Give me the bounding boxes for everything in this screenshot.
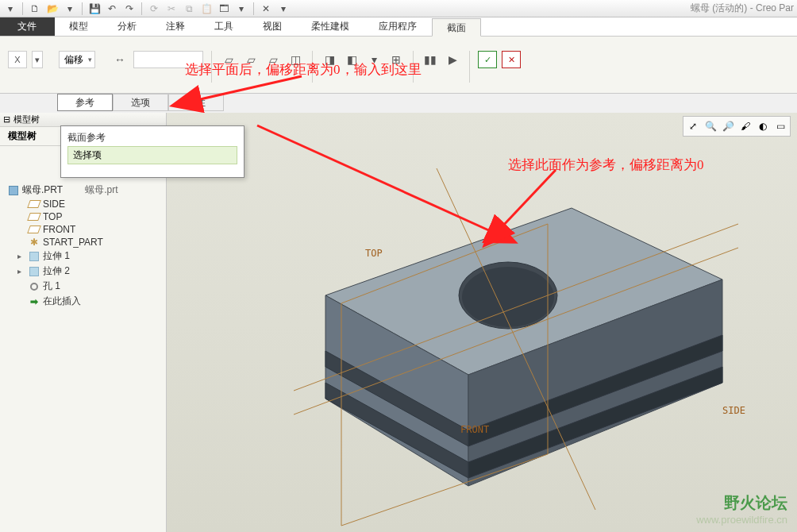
pause-icon[interactable]: ▮▮: [422, 51, 439, 68]
axis-dropdown[interactable]: ▾: [32, 51, 43, 68]
tab-view[interactable]: 视图: [248, 17, 297, 36]
dropdown-icon[interactable]: ▾: [276, 2, 291, 16]
offset-select[interactable]: 偏移: [59, 51, 95, 68]
save-icon[interactable]: 💾: [87, 2, 102, 16]
tab-apps[interactable]: 应用程序: [364, 17, 432, 36]
tree-root[interactable]: 螺母.PRT 螺母.prt: [3, 183, 163, 198]
model-render: [167, 113, 797, 532]
redo-icon[interactable]: ↷: [122, 2, 137, 16]
subtab-reference[interactable]: 参考: [57, 94, 113, 111]
regen-icon: ⟳: [147, 2, 161, 16]
separator: [469, 51, 470, 83]
close-icon[interactable]: ✕: [259, 2, 273, 16]
tab-annotate[interactable]: 注释: [152, 17, 200, 36]
separator: [253, 2, 254, 15]
ok-button[interactable]: ✓: [478, 51, 497, 68]
tab-file[interactable]: 文件: [0, 17, 55, 36]
subtab-properties[interactable]: 属性: [168, 94, 224, 111]
popup-label: 截面参考: [67, 131, 237, 145]
part-icon: [9, 186, 18, 195]
datum-side-label: SIDE: [722, 405, 745, 416]
model-tree: 螺母.PRT 螺母.prt SIDETOPFRONT✱START_PART▸拉伸…: [0, 178, 166, 314]
separator: [22, 2, 23, 15]
tab-section[interactable]: 截面: [432, 18, 481, 37]
tree-item[interactable]: ▸拉伸 1: [3, 249, 163, 264]
subtab-options[interactable]: 选项: [113, 94, 168, 111]
tab-flexible[interactable]: 柔性建模: [297, 17, 364, 36]
tab-tools[interactable]: 工具: [200, 17, 248, 36]
tree-item[interactable]: ▸拉伸 2: [3, 264, 163, 279]
annotation-1: 选择平面后，偏移距离为0，输入到这里: [185, 60, 422, 79]
datum-top-label: TOP: [365, 248, 383, 259]
play-icon[interactable]: ▶: [444, 51, 461, 68]
tool-icon: ✂: [164, 2, 179, 16]
open-icon[interactable]: 📂: [45, 2, 60, 16]
datum-front-label: FRONT: [460, 424, 489, 435]
axis-x-button[interactable]: X: [8, 51, 27, 68]
tree-item[interactable]: ✱START_PART: [3, 236, 163, 249]
close-window-icon[interactable]: ▾: [234, 2, 248, 16]
reference-popup: 截面参考 选择项: [60, 125, 244, 178]
graphics-viewport[interactable]: ⤢ 🔍 🔎 🖌 ◐ ▭: [167, 113, 797, 532]
tree-item[interactable]: FRONT: [3, 223, 163, 236]
separator: [141, 2, 142, 15]
tab-analysis[interactable]: 分析: [103, 17, 152, 36]
tree-item[interactable]: ➡在此插入: [3, 294, 163, 309]
tree-item[interactable]: SIDE: [3, 198, 163, 210]
ribbon-tabs: 文件 模型 分析 注释 工具 视图 柔性建模 应用程序 截面: [0, 17, 797, 37]
copy-icon: ⧉: [182, 2, 196, 16]
new-icon[interactable]: 🗋: [28, 2, 42, 16]
svg-point-8: [462, 267, 554, 327]
paste-icon: 📋: [199, 2, 214, 16]
tab-model[interactable]: 模型: [55, 17, 103, 36]
cancel-button[interactable]: ✕: [502, 51, 521, 68]
separator: [82, 2, 83, 15]
watermark: 野火论坛 www.proewildfire.cn: [696, 492, 787, 526]
dropdown-icon[interactable]: ▾: [63, 2, 77, 16]
title-bar: ▾ 🗋 📂 ▾ 💾 ↶ ↷ ⟳ ✂ ⧉ 📋 🗔 ▾ ✕ ▾ 螺母 (活动的) -…: [0, 0, 797, 17]
tree-item[interactable]: TOP: [3, 210, 163, 223]
tree-icon: ⊟: [3, 114, 10, 125]
sub-tabs: 参考 选项 属性: [0, 94, 797, 113]
window-icon[interactable]: 🗔: [217, 2, 231, 16]
annotation-2: 选择此面作为参考，偏移距离为0: [508, 156, 704, 174]
dimension-icon: ↔: [111, 51, 129, 68]
undo-icon[interactable]: ↶: [105, 2, 119, 16]
window-title: 螺母 (活动的) - Creo Par: [691, 2, 794, 15]
selection-box[interactable]: 选择项: [67, 146, 237, 164]
tree-item[interactable]: 孔 1: [3, 279, 163, 294]
menu-icon[interactable]: ▾: [3, 2, 17, 16]
